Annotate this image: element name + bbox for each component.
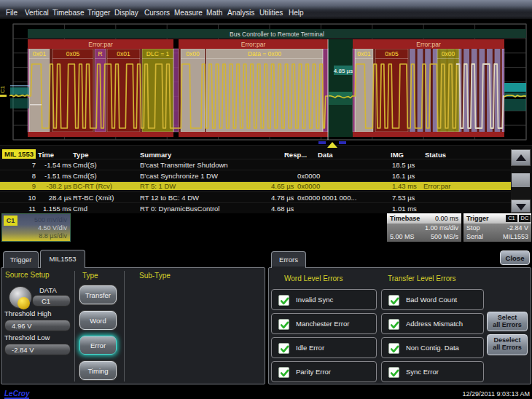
svg-text:Error:par: Error:par (88, 41, 113, 48)
svg-text:0x00: 0x00 (442, 50, 455, 58)
svg-text:0x01: 0x01 (117, 50, 130, 58)
svg-text:Error:par: Error:par (416, 41, 441, 48)
svg-text:Bus Controller to Remote Termi: Bus Controller to Remote Terminal (230, 31, 324, 38)
svg-text:Error:par: Error:par (241, 41, 266, 48)
svg-text:Data = 0x00: Data = 0x00 (248, 50, 281, 58)
svg-text:0x01: 0x01 (357, 50, 371, 58)
svg-text:0x00: 0x00 (186, 50, 200, 58)
svg-text:0x05: 0x05 (66, 50, 80, 58)
svg-text:R: R (98, 50, 102, 58)
svg-text:4.85 µs: 4.85 µs (334, 68, 353, 74)
svg-text:0x01: 0x01 (33, 50, 47, 58)
svg-text:DLC = 1: DLC = 1 (146, 50, 170, 58)
svg-text:C1: C1 (0, 85, 6, 93)
svg-text:0x05: 0x05 (385, 50, 399, 58)
